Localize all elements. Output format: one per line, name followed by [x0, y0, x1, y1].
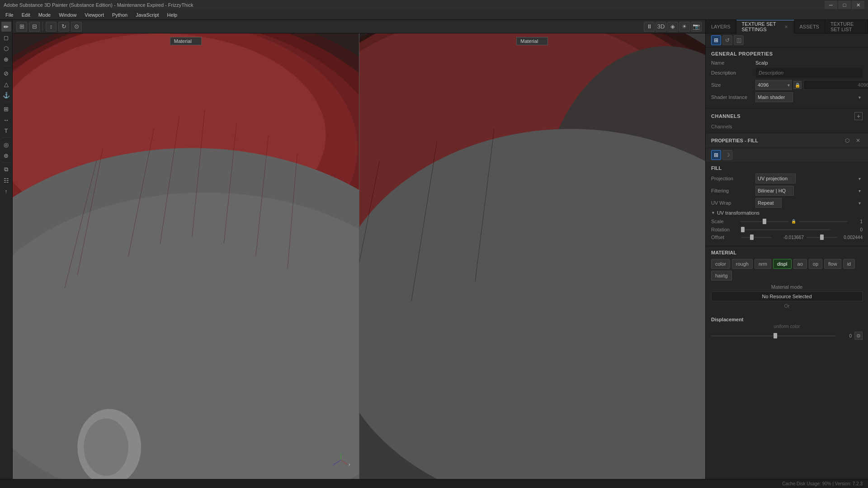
filtering-label: Filtering: [711, 188, 752, 193]
size-lock-icon[interactable]: 🔒: [793, 81, 802, 89]
channels-section: CHANNELS + Channels: [706, 108, 868, 133]
description-input[interactable]: [755, 68, 863, 78]
menu-file[interactable]: File: [2, 11, 17, 19]
channel-hairtg[interactable]: hairtg: [711, 271, 732, 281]
size-select[interactable]: 4096: [755, 80, 792, 90]
tool-separator-2: [2, 102, 10, 102]
fill-icon-display[interactable]: ☽: [722, 150, 732, 160]
menu-window[interactable]: Window: [55, 11, 80, 19]
main-layout: ✏ ◻ ⬡ ⊕ ⊘ △ ⚓ ⊞ ↔ T ◎ ⊛ ⧉ ☷ ↑ ⊞ ⊟ ↕ ↻ ⊙ …: [0, 20, 868, 479]
rotation-thumb[interactable]: [741, 227, 745, 232]
tab-layers-label: LAYERS: [711, 24, 731, 29]
fill-icon-material[interactable]: ⊞: [711, 150, 721, 160]
close-button[interactable]: ✕: [852, 1, 864, 9]
material-channels: color rough nrm displ ao op flow id hair…: [711, 259, 863, 281]
uv-wrap-select[interactable]: Repeat: [755, 198, 782, 208]
tab-assets-label: ASSETS: [800, 24, 819, 29]
tool-transform[interactable]: ↔: [1, 115, 11, 125]
channel-ao[interactable]: ao: [793, 259, 807, 269]
vp-quad-btn[interactable]: ⊟: [29, 22, 40, 32]
channel-flow[interactable]: flow: [824, 259, 841, 269]
viewport-right[interactable]: Material: [359, 33, 706, 479]
uv-collapse-icon[interactable]: ▼: [711, 211, 715, 215]
vp-reset-btn[interactable]: ⊙: [71, 22, 82, 32]
shader-instance-select[interactable]: Main shader: [755, 92, 793, 102]
panel-icon-history[interactable]: ↺: [722, 35, 732, 45]
fill-popout-btn[interactable]: ⬡: [843, 136, 852, 145]
tool-bake[interactable]: ☷: [1, 175, 11, 185]
menu-mode[interactable]: Mode: [35, 11, 55, 19]
app-title: Adobe Substance 3D Painter (Substance Ed…: [4, 2, 193, 8]
size-row: Size 4096 🔒: [711, 80, 863, 90]
displacement-subtitle: uniform color: [711, 324, 863, 329]
svg-line-21: [341, 460, 348, 465]
channel-displ[interactable]: displ: [773, 259, 792, 269]
vp-env-btn[interactable]: ☀: [679, 22, 690, 32]
tab-tss-close[interactable]: ✕: [784, 24, 788, 29]
title-bar: Adobe Substance 3D Painter (Substance Ed…: [0, 0, 868, 10]
menu-help[interactable]: Help: [164, 11, 181, 19]
tab-assets[interactable]: ASSETS: [794, 20, 825, 33]
channel-rough[interactable]: rough: [732, 259, 753, 269]
vp-camera-btn[interactable]: 📷: [691, 22, 702, 32]
menu-python[interactable]: Python: [108, 11, 131, 19]
tab-texture-set-list[interactable]: TEXTURE SET LIST: [825, 20, 868, 33]
tool-brush[interactable]: ✏: [1, 22, 11, 32]
offset-left-thumb[interactable]: [750, 235, 754, 240]
scale-lock[interactable]: 🔒: [791, 218, 797, 225]
displacement-slider-row: 0 ⚙: [711, 332, 863, 340]
tool-eraser[interactable]: ◻: [1, 33, 11, 42]
tool-layers[interactable]: ⧉: [1, 164, 11, 174]
channel-nrm[interactable]: nrm: [755, 259, 771, 269]
add-channel-button[interactable]: +: [854, 112, 863, 120]
offset-left-track: [741, 237, 772, 238]
right-viewport-dropdown[interactable]: Material: [516, 37, 548, 45]
tool-anchor[interactable]: ⚓: [1, 90, 11, 100]
panel-icon-properties[interactable]: ⊞: [711, 35, 721, 45]
panel-icon-display[interactable]: ◫: [734, 35, 744, 45]
channel-id[interactable]: id: [843, 259, 855, 269]
scale-left-thumb[interactable]: [763, 219, 766, 224]
channel-op[interactable]: op: [809, 259, 822, 269]
tab-layers[interactable]: LAYERS: [706, 20, 736, 33]
vp-3d-btn[interactable]: 3D: [656, 22, 666, 32]
minimize-button[interactable]: ─: [825, 1, 837, 9]
tool-select[interactable]: ⊞: [1, 104, 11, 114]
tool-picker[interactable]: ◎: [1, 140, 11, 150]
menu-javascript[interactable]: JavaScript: [132, 11, 162, 19]
filtering-select[interactable]: Bilinear | HQ: [755, 186, 794, 196]
menu-edit[interactable]: Edit: [18, 11, 34, 19]
viewport-left[interactable]: Material Y X Z: [13, 33, 359, 479]
tool-geometry[interactable]: △: [1, 79, 11, 89]
vp-pause-btn[interactable]: ⏸: [644, 22, 655, 32]
size-select-wrapper: 4096: [755, 80, 792, 90]
offset-right-thumb[interactable]: [820, 235, 824, 240]
tool-fill[interactable]: ⬡: [1, 43, 11, 53]
vp-material-btn[interactable]: ◈: [667, 22, 678, 32]
uv-wrap-label: UV Wrap: [711, 200, 752, 206]
vp-rotate-btn[interactable]: ↻: [58, 22, 69, 32]
offset-value-left: -0.013667: [774, 235, 804, 240]
tool-measure[interactable]: ⊛: [1, 150, 11, 160]
fill-mini-icons: ⊞ ☽: [706, 148, 868, 162]
tool-text[interactable]: T: [1, 126, 11, 136]
displacement-section: Displacement uniform color 0 ⚙: [706, 314, 868, 343]
fill-close-btn[interactable]: ✕: [854, 136, 863, 145]
displacement-title: Displacement: [711, 317, 863, 322]
projection-select[interactable]: UV projection: [755, 174, 796, 183]
displacement-thumb[interactable]: [774, 333, 777, 338]
maximize-button[interactable]: □: [838, 1, 851, 9]
menu-viewport[interactable]: Viewport: [81, 11, 108, 19]
or-divider: Or: [711, 303, 863, 309]
window-controls[interactable]: ─ □ ✕: [825, 1, 864, 9]
vp-move-btn[interactable]: ↕: [46, 22, 57, 32]
tool-export[interactable]: ↑: [1, 186, 11, 196]
displacement-settings-btn[interactable]: ⚙: [854, 332, 863, 340]
tool-clone[interactable]: ⊕: [1, 54, 11, 64]
left-viewport-dropdown[interactable]: Material: [170, 37, 202, 45]
channel-color[interactable]: color: [711, 259, 730, 269]
tool-smudge[interactable]: ⊘: [1, 68, 11, 78]
vp-grid-btn[interactable]: ⊞: [16, 22, 27, 32]
tab-texture-set-settings[interactable]: TEXTURE SET SETTINGS ✕: [736, 20, 794, 33]
scale-row: Scale 🔒 1: [711, 218, 863, 225]
